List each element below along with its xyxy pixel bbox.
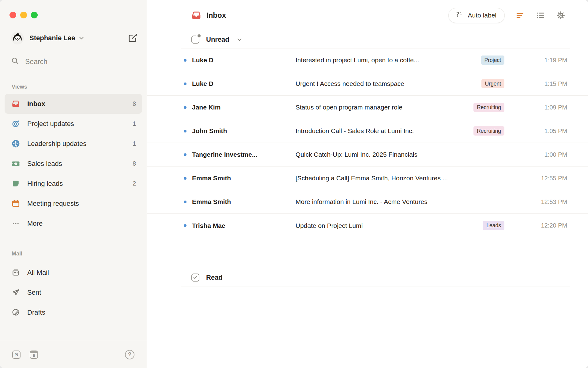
sidebar-item-count: 1	[133, 140, 136, 147]
leadership-icon	[12, 140, 20, 148]
settings-gear-icon[interactable]	[556, 11, 565, 20]
main-header: Inbox Auto label	[147, 0, 588, 23]
email-time: 1:15 PM	[530, 80, 567, 87]
unread-dot-icon	[184, 130, 187, 132]
auto-label-button[interactable]: Auto label	[448, 8, 505, 23]
email-subject: Status of open program manager role	[296, 104, 473, 111]
email-time: 12:53 PM	[530, 198, 567, 205]
sidebar-item-label: Meeting requests	[27, 200, 79, 208]
window-controls	[0, 0, 147, 18]
inbox-icon	[191, 10, 201, 20]
email-row[interactable]: Trisha Mae Update on Project Lumi Leads …	[147, 214, 588, 237]
allmail-icon	[12, 268, 20, 277]
sidebar-item-count: 8	[133, 160, 136, 167]
unread-dot-icon	[184, 82, 187, 85]
email-row[interactable]: John Smith Introduction Call - Sales Rol…	[147, 119, 588, 143]
email-row[interactable]: Luke D Interested in project Lumi, open …	[147, 48, 588, 72]
cash-icon	[12, 159, 20, 168]
unread-dot-icon	[184, 201, 187, 203]
email-row[interactable]: Emma Smith More information in Lumi Inc.…	[147, 190, 588, 214]
read-section-label: Read	[206, 274, 223, 282]
sidebar-item-hiring-leads[interactable]: Hiring leads 2	[5, 174, 142, 194]
search-label: Search	[25, 58, 47, 66]
email-subject: Update on Project Lumi	[296, 222, 483, 229]
email-sender: John Smith	[192, 127, 290, 135]
calendar-icon	[12, 199, 20, 208]
unread-icon	[191, 36, 199, 44]
email-sender: Trisha Mae	[192, 222, 290, 229]
email-time: 1:00 PM	[530, 151, 567, 158]
read-section-header[interactable]: Read	[191, 271, 223, 284]
email-subject: Quick Catch-Up: Lumi Inc. 2025 Financial…	[296, 151, 530, 158]
filter-icon[interactable]	[516, 11, 525, 20]
email-tag-badge: Urgent	[481, 79, 504, 88]
chevron-down-icon	[236, 36, 243, 43]
read-checkbox-icon	[191, 274, 199, 282]
auto-label-button-label: Auto label	[468, 12, 496, 19]
email-time: 12:55 PM	[530, 175, 567, 182]
sidebar-item-label: Leadership updates	[27, 140, 86, 148]
note-icon	[12, 179, 20, 188]
close-window-button[interactable]	[9, 12, 16, 18]
sidebar-item-label: Drafts	[27, 309, 45, 316]
sidebar-item-inbox[interactable]: Inbox 8	[5, 94, 142, 114]
email-sender: Tangerine Investme...	[192, 151, 290, 158]
email-subject: [Scheduling a Call] Emma Smith, Horizon …	[296, 174, 530, 182]
sidebar-item-project-updates[interactable]: Project updates 1	[5, 114, 142, 134]
minimize-window-button[interactable]	[20, 12, 27, 18]
views-nav: Inbox 8 Project updates 1 Leadership upd…	[0, 94, 147, 233]
unread-section-header[interactable]: Unread	[191, 33, 243, 46]
mail-section-label: Mail	[12, 251, 147, 257]
sidebar-item-leadership-updates[interactable]: Leadership updates 1	[5, 134, 142, 154]
sidebar-item-all-mail[interactable]: All Mail	[5, 263, 142, 282]
header-controls: Auto label	[448, 8, 565, 23]
search-row[interactable]: Search	[11, 57, 138, 67]
calendar-app-icon[interactable]: 6	[30, 351, 38, 359]
unread-dot-icon	[184, 59, 187, 62]
sidebar-footer: N 6 ?	[0, 341, 147, 368]
sidebar-item-sent[interactable]: Sent	[5, 282, 142, 302]
profile-row: Stephanie Lee	[11, 32, 138, 44]
list-view-icon[interactable]	[536, 11, 545, 20]
views-section-label: Views	[12, 84, 147, 90]
sidebar-item-drafts[interactable]: Drafts	[5, 302, 142, 322]
email-tag-badge: Project	[481, 56, 504, 65]
sidebar-item-label: Project updates	[27, 120, 74, 128]
email-row[interactable]: Tangerine Investme... Quick Catch-Up: Lu…	[147, 143, 588, 167]
notion-app-icon[interactable]: N	[12, 351, 21, 359]
sidebar-item-more[interactable]: More	[5, 213, 142, 233]
sidebar-item-sales-leads[interactable]: Sales leads 8	[5, 154, 142, 174]
compose-icon[interactable]	[128, 33, 138, 43]
help-icon[interactable]: ?	[125, 350, 134, 359]
email-list: Luke D Interested in project Lumi, open …	[147, 48, 588, 237]
email-sender: Jane Kim	[192, 104, 290, 111]
unread-dot-icon	[184, 177, 187, 180]
email-time: 1:19 PM	[530, 57, 567, 64]
sidebar-item-label: Sent	[27, 289, 41, 297]
sidebar-item-meeting-requests[interactable]: Meeting requests	[5, 194, 142, 213]
main-panel: Inbox Auto label	[147, 0, 588, 368]
email-subject: Interested in project Lumi, open to a co…	[296, 56, 481, 64]
email-row[interactable]: Luke D Urgent ! Access needed to teamspa…	[147, 72, 588, 96]
email-time: 1:05 PM	[530, 128, 567, 135]
search-icon	[11, 57, 19, 67]
account-name[interactable]: Stephanie Lee	[29, 34, 75, 42]
zoom-window-button[interactable]	[31, 12, 38, 18]
app-window: Stephanie Lee Search Views	[0, 0, 588, 368]
sidebar-item-count: 1	[133, 120, 136, 127]
unread-section-label: Unread	[206, 36, 229, 44]
email-row[interactable]: Emma Smith [Scheduling a Call] Emma Smit…	[147, 167, 588, 190]
sent-icon	[12, 288, 20, 297]
divider	[181, 286, 570, 286]
email-tag-badge: Recruiting	[473, 103, 504, 112]
unread-dot-icon	[184, 153, 187, 156]
email-sender: Emma Smith	[192, 198, 290, 205]
sidebar-item-label: Inbox	[27, 100, 45, 108]
auto-label-icon	[455, 10, 464, 20]
email-tag-badge: Leads	[483, 221, 504, 230]
avatar[interactable]	[11, 32, 24, 44]
sidebar-item-label: All Mail	[27, 269, 49, 277]
chevron-down-icon[interactable]	[78, 35, 85, 41]
email-row[interactable]: Jane Kim Status of open program manager …	[147, 96, 588, 119]
email-subject: More information in Lumi Inc. - Acme Ven…	[296, 198, 530, 205]
